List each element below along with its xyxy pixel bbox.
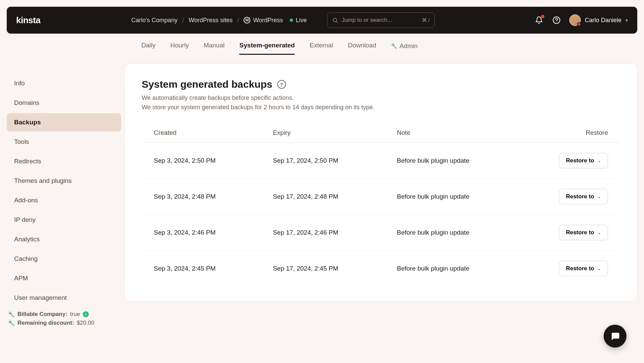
chevron-down-icon: ⌄ bbox=[598, 158, 601, 163]
restore-label: Restore to bbox=[566, 193, 594, 200]
chevron-down-icon: ⌄ bbox=[598, 266, 601, 271]
status-dot-icon bbox=[290, 18, 293, 22]
sidebar-item-tools[interactable]: Tools bbox=[7, 133, 121, 151]
backups-table: Created Expiry Note Restore Sep 3, 2024,… bbox=[142, 123, 620, 286]
discount-row: 🔧 Remaining discount: $20.00 bbox=[8, 320, 120, 326]
table-row: Sep 3, 2024, 2:45 PMSep 17, 2024, 2:45 P… bbox=[142, 250, 620, 286]
topbar: kinsta Carlo's Company / WordPress sites… bbox=[7, 7, 637, 34]
tab-hourly[interactable]: Hourly bbox=[170, 42, 189, 55]
notifications-button[interactable] bbox=[534, 15, 544, 25]
sidebar-item-info[interactable]: Info bbox=[7, 74, 121, 92]
user-name: Carlo Daniele bbox=[585, 17, 621, 24]
cell-created: Sep 3, 2024, 2:46 PM bbox=[142, 214, 261, 250]
breadcrumb-sep: / bbox=[182, 17, 184, 24]
chevron-down-icon: ▾ bbox=[625, 17, 628, 23]
breadcrumb-sep: / bbox=[237, 17, 239, 24]
panel-desc-1: We automatically create backups before s… bbox=[142, 93, 620, 103]
help-button[interactable] bbox=[552, 15, 561, 25]
restore-button[interactable]: Restore to⌄ bbox=[559, 225, 608, 240]
cell-created: Sep 3, 2024, 2:50 PM bbox=[142, 143, 261, 178]
cell-created: Sep 3, 2024, 2:45 PM bbox=[142, 250, 261, 286]
table-row: Sep 3, 2024, 2:48 PMSep 17, 2024, 2:48 P… bbox=[142, 178, 620, 214]
breadcrumb-section[interactable]: WordPress sites bbox=[189, 17, 233, 24]
sidebar: InfoDomainsBackupsToolsRedirectsThemes a… bbox=[7, 64, 124, 328]
svg-line-1 bbox=[336, 21, 337, 22]
restore-button[interactable]: Restore to⌄ bbox=[559, 261, 608, 276]
env-badge[interactable]: Live bbox=[290, 17, 307, 24]
tab-system-generated[interactable]: System-generated bbox=[239, 42, 295, 55]
tab-download[interactable]: Download bbox=[348, 42, 377, 55]
search-kbd: ⌘ / bbox=[422, 17, 430, 23]
tab-label: Manual bbox=[204, 42, 224, 49]
tab-external[interactable]: External bbox=[310, 42, 333, 55]
cell-restore: Restore to⌄ bbox=[518, 214, 620, 250]
col-created: Created bbox=[142, 123, 261, 143]
sidebar-item-backups[interactable]: Backups bbox=[7, 113, 121, 131]
search-box[interactable]: ⌘ / bbox=[327, 12, 435, 28]
svg-point-0 bbox=[333, 18, 337, 22]
panel-description: We automatically create backups before s… bbox=[142, 93, 620, 112]
cell-expiry: Sep 17, 2024, 2:45 PM bbox=[261, 250, 385, 286]
env-label: Live bbox=[296, 17, 307, 24]
billable-row: 🔧 Billable Company: true ✓ bbox=[8, 311, 120, 318]
panel-desc-2: We store your system generated backups f… bbox=[142, 103, 620, 112]
table-row: Sep 3, 2024, 2:46 PMSep 17, 2024, 2:46 P… bbox=[142, 214, 620, 250]
tab-label: External bbox=[310, 42, 333, 49]
page-title-text: System generated backups bbox=[142, 79, 273, 90]
cell-created: Sep 3, 2024, 2:48 PM bbox=[142, 178, 261, 214]
backups-panel: System generated backups ? We automatica… bbox=[124, 64, 637, 301]
chevron-down-icon: ⌄ bbox=[598, 230, 601, 235]
sidebar-item-user-management[interactable]: User management bbox=[7, 289, 121, 307]
restore-label: Restore to bbox=[566, 265, 594, 272]
restore-button[interactable]: Restore to⌄ bbox=[559, 153, 608, 168]
cell-restore: Restore to⌄ bbox=[518, 143, 620, 178]
notif-dot-icon bbox=[541, 15, 544, 18]
tab-label: Hourly bbox=[170, 42, 189, 49]
wrench-icon: 🔧 bbox=[8, 311, 15, 318]
sidebar-footer: 🔧 Billable Company: true ✓ 🔧 Remaining d… bbox=[7, 311, 121, 326]
cell-expiry: Sep 17, 2024, 2:50 PM bbox=[261, 143, 385, 178]
help-icon[interactable]: ? bbox=[277, 80, 286, 89]
sidebar-item-caching[interactable]: Caching bbox=[7, 250, 121, 268]
search-input[interactable] bbox=[342, 17, 419, 24]
help-icon bbox=[552, 16, 561, 24]
sidebar-item-add-ons[interactable]: Add-ons bbox=[7, 191, 121, 209]
sidebar-item-domains[interactable]: Domains bbox=[7, 94, 121, 112]
wrench-icon: 🔧 bbox=[391, 43, 397, 49]
tabs: DailyHourlyManualSystem-generatedExterna… bbox=[7, 34, 637, 61]
sidebar-item-themes-and-plugins[interactable]: Themes and plugins bbox=[7, 172, 121, 190]
cell-restore: Restore to⌄ bbox=[518, 250, 620, 286]
search-icon bbox=[332, 17, 338, 23]
chat-button[interactable] bbox=[604, 325, 627, 348]
cell-note: Before bulk plugin update bbox=[385, 143, 518, 178]
avatar bbox=[569, 14, 581, 26]
tab-label: Admin bbox=[399, 42, 418, 50]
discount-label: Remaining discount: bbox=[17, 320, 74, 326]
restore-button[interactable]: Restore to⌄ bbox=[559, 189, 608, 204]
cell-note: Before bulk plugin update bbox=[385, 214, 518, 250]
restore-label: Restore to bbox=[566, 229, 594, 236]
avatar-dot-icon bbox=[577, 22, 581, 26]
col-expiry: Expiry bbox=[261, 123, 385, 143]
breadcrumb-company[interactable]: Carlo's Company bbox=[131, 17, 178, 24]
tab-label: Daily bbox=[141, 42, 155, 49]
sidebar-item-analytics[interactable]: Analytics bbox=[7, 230, 121, 248]
chat-icon bbox=[610, 331, 620, 341]
breadcrumb-site-label: WordPress bbox=[253, 17, 283, 24]
chevron-down-icon: ⌄ bbox=[598, 194, 601, 199]
tab-admin[interactable]: 🔧Admin bbox=[391, 42, 418, 55]
sidebar-item-redirects[interactable]: Redirects bbox=[7, 152, 121, 170]
cell-restore: Restore to⌄ bbox=[518, 178, 620, 214]
col-restore: Restore bbox=[518, 123, 620, 143]
table-row: Sep 3, 2024, 2:50 PMSep 17, 2024, 2:50 P… bbox=[142, 143, 620, 178]
wordpress-icon: W bbox=[244, 17, 250, 24]
user-menu[interactable]: Carlo Daniele ▾ bbox=[569, 14, 628, 26]
sidebar-item-apm[interactable]: APM bbox=[7, 269, 121, 287]
breadcrumb-site[interactable]: W WordPress bbox=[244, 17, 283, 24]
sidebar-item-ip-deny[interactable]: IP deny bbox=[7, 211, 121, 229]
breadcrumb: Carlo's Company / WordPress sites / W Wo… bbox=[131, 17, 307, 24]
cell-note: Before bulk plugin update bbox=[385, 250, 518, 286]
logo[interactable]: kinsta bbox=[16, 15, 40, 26]
tab-daily[interactable]: Daily bbox=[141, 42, 155, 55]
tab-manual[interactable]: Manual bbox=[204, 42, 224, 55]
